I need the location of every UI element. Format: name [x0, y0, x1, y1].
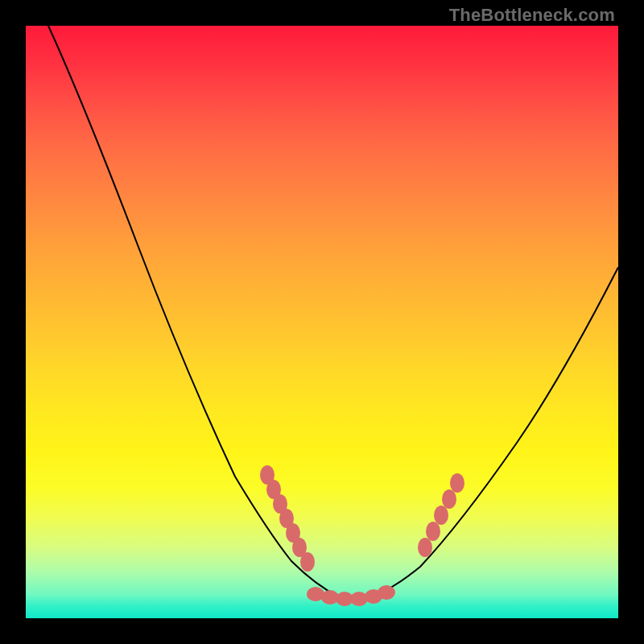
- chart-black-frame: [0, 0, 644, 644]
- watermark-text: TheBottleneck.com: [449, 5, 615, 26]
